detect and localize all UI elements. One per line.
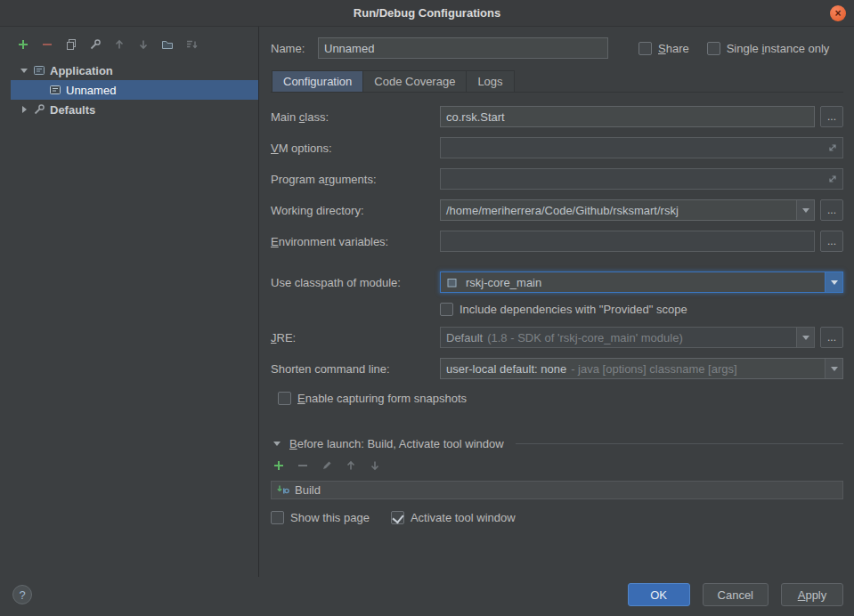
- show-this-page-checkbox[interactable]: Show this page: [271, 511, 370, 524]
- copy-icon: [65, 38, 77, 51]
- sidebar-toolbar: [11, 32, 258, 59]
- configuration-editor: Name: Share Single instance only Configu…: [259, 27, 854, 577]
- cancel-button[interactable]: Cancel: [703, 583, 769, 606]
- tab-code-coverage[interactable]: Code Coverage: [363, 70, 467, 92]
- tab-strip: Configuration Code Coverage Logs: [271, 70, 843, 93]
- expand-field-icon[interactable]: [827, 142, 838, 153]
- before-launch-item-build[interactable]: Build: [271, 481, 843, 499]
- move-down-button[interactable]: [136, 37, 150, 52]
- module-icon: [443, 277, 460, 288]
- help-button[interactable]: ?: [12, 585, 32, 604]
- name-input[interactable]: [318, 37, 608, 59]
- dropdown-arrow-icon[interactable]: [796, 200, 814, 220]
- collapse-arrow-icon[interactable]: [18, 69, 30, 73]
- shorten-command-line-label: Shorten command line:: [271, 362, 440, 376]
- checkbox-box-icon: [638, 42, 652, 55]
- footer-buttons: OK Cancel Apply: [628, 583, 843, 606]
- edit-task-button[interactable]: [320, 458, 334, 473]
- environment-variables-browse-button[interactable]: ...: [820, 231, 843, 252]
- include-dependencies-checkbox[interactable]: Include dependencies with "Provided" sco…: [440, 303, 687, 316]
- module-classpath-combobox[interactable]: rskj-core_main: [440, 272, 843, 293]
- name-label: Name:: [271, 42, 318, 55]
- arrow-down-icon: [137, 38, 150, 51]
- program-arguments-input[interactable]: [440, 168, 843, 190]
- ok-button[interactable]: OK: [628, 583, 690, 606]
- add-configuration-button[interactable]: [16, 37, 30, 52]
- close-icon: ×: [834, 7, 841, 20]
- sort-configurations-button[interactable]: [184, 37, 199, 52]
- tab-logs[interactable]: Logs: [467, 70, 514, 92]
- before-launch-header[interactable]: Before launch: Build, Activate tool wind…: [271, 437, 843, 450]
- checkbox-box-icon: [271, 511, 284, 524]
- arrow-down-icon: [369, 459, 381, 472]
- vm-options-input[interactable]: [440, 137, 843, 158]
- arrow-up-icon: [345, 459, 357, 472]
- main-class-browse-button[interactable]: ...: [820, 106, 843, 127]
- environment-variables-row: Environment variables: ...: [271, 231, 843, 252]
- module-classpath-label: Use classpath of module:: [271, 276, 440, 289]
- folder-icon: [161, 38, 174, 51]
- tab-configuration[interactable]: Configuration: [272, 70, 363, 92]
- checkbox-box-icon: [707, 42, 720, 55]
- edit-defaults-button[interactable]: [88, 37, 102, 52]
- capture-snapshots-checkbox[interactable]: Enable capturing form snapshots: [278, 392, 467, 405]
- remove-task-button[interactable]: [296, 458, 310, 473]
- expand-arrow-icon[interactable]: [18, 106, 30, 113]
- separator-line: [516, 443, 843, 444]
- main-class-input[interactable]: [440, 106, 815, 127]
- close-button[interactable]: ×: [830, 5, 846, 21]
- run-debug-configurations-dialog: Run/Debug Configurations ×: [0, 0, 854, 616]
- apply-button[interactable]: Apply: [781, 583, 843, 606]
- tree-node-unnamed[interactable]: Unnamed: [11, 80, 258, 100]
- dropdown-arrow-icon[interactable]: [796, 328, 814, 347]
- jre-label: JRE:: [271, 331, 440, 344]
- environment-variables-label: Environment variables:: [271, 235, 440, 248]
- arrow-up-icon: [113, 38, 126, 51]
- checkbox-box-icon: [440, 303, 453, 316]
- jre-browse-button[interactable]: ...: [820, 327, 843, 348]
- tree-node-defaults[interactable]: Defaults: [11, 100, 258, 119]
- shorten-command-line-combobox[interactable]: user-local default: none- java [options]…: [440, 358, 843, 379]
- titlebar[interactable]: Run/Debug Configurations ×: [0, 0, 854, 27]
- jre-combobox[interactable]: Default(1.8 - SDK of 'rskj-core_main' mo…: [440, 327, 815, 348]
- include-dependencies-row: Include dependencies with "Provided" sco…: [440, 303, 843, 316]
- jre-value: Default(1.8 - SDK of 'rskj-core_main' mo…: [441, 331, 796, 344]
- module-classpath-row: Use classpath of module: rskj-core_main: [271, 272, 843, 293]
- shorten-command-line-row: Shorten command line: user-local default…: [271, 358, 843, 379]
- environment-variables-input[interactable]: [440, 231, 815, 252]
- add-task-button[interactable]: [272, 458, 286, 473]
- dropdown-arrow-icon[interactable]: [825, 359, 842, 378]
- new-folder-button[interactable]: [160, 37, 175, 52]
- shorten-command-line-value: user-local default: none- java [options]…: [441, 362, 825, 376]
- checkbox-box-icon: [278, 392, 291, 405]
- before-launch-list: Build: [271, 481, 843, 499]
- working-directory-combobox[interactable]: /home/meriherrera/Code/Github/rsksmart/r…: [440, 199, 815, 221]
- configuration-form: Main class: ... VM options: Program argu…: [271, 106, 843, 405]
- move-task-down-button[interactable]: [368, 458, 382, 473]
- main-class-label: Main class:: [271, 110, 440, 124]
- plus-icon: [272, 459, 285, 472]
- configurations-sidebar: Application Unnamed Defaults: [11, 27, 259, 577]
- single-instance-label: Single instance only: [727, 42, 830, 55]
- single-instance-checkbox[interactable]: Single instance only: [707, 42, 830, 55]
- tree-node-label: Application: [48, 64, 113, 77]
- vm-options-row: VM options:: [271, 137, 843, 158]
- move-up-button[interactable]: [112, 37, 126, 52]
- working-directory-browse-button[interactable]: ...: [820, 199, 843, 221]
- copy-configuration-button[interactable]: [64, 37, 78, 52]
- expand-field-icon[interactable]: [827, 174, 838, 184]
- application-icon: [30, 64, 48, 77]
- move-task-up-button[interactable]: [344, 458, 358, 473]
- share-checkbox[interactable]: Share: [638, 42, 689, 55]
- include-dependencies-label: Include dependencies with "Provided" sco…: [460, 303, 687, 316]
- remove-configuration-button[interactable]: [40, 37, 54, 52]
- tree-node-application[interactable]: Application: [11, 61, 258, 80]
- working-directory-value: /home/meriherrera/Code/Github/rsksmart/r…: [441, 204, 796, 217]
- sort-icon: [185, 38, 198, 51]
- vm-options-label: VM options:: [271, 142, 440, 155]
- jre-row: JRE: Default(1.8 - SDK of 'rskj-core_mai…: [271, 327, 843, 348]
- dropdown-arrow-icon[interactable]: [825, 272, 842, 292]
- collapse-arrow-icon: [271, 442, 283, 446]
- tree-node-label: Defaults: [48, 103, 95, 117]
- activate-tool-window-checkbox[interactable]: Activate tool window: [391, 511, 516, 524]
